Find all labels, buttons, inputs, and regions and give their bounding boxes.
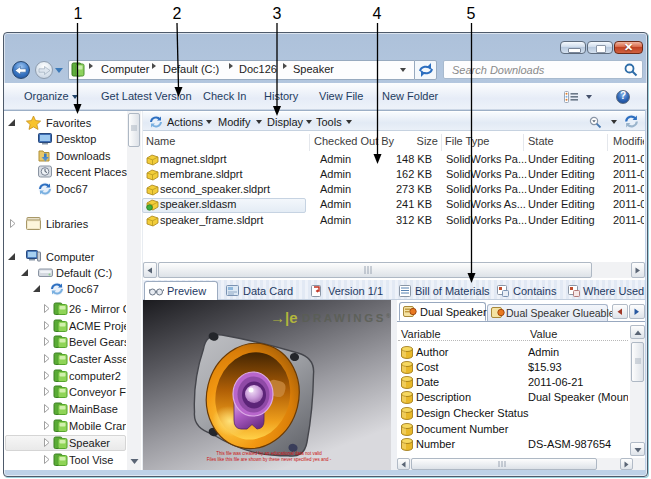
svg-text:1: 1 <box>74 5 83 22</box>
svg-text:5: 5 <box>467 5 476 22</box>
svg-text:4: 4 <box>373 5 382 22</box>
svg-text:3: 3 <box>273 5 282 22</box>
svg-text:2: 2 <box>173 5 182 22</box>
